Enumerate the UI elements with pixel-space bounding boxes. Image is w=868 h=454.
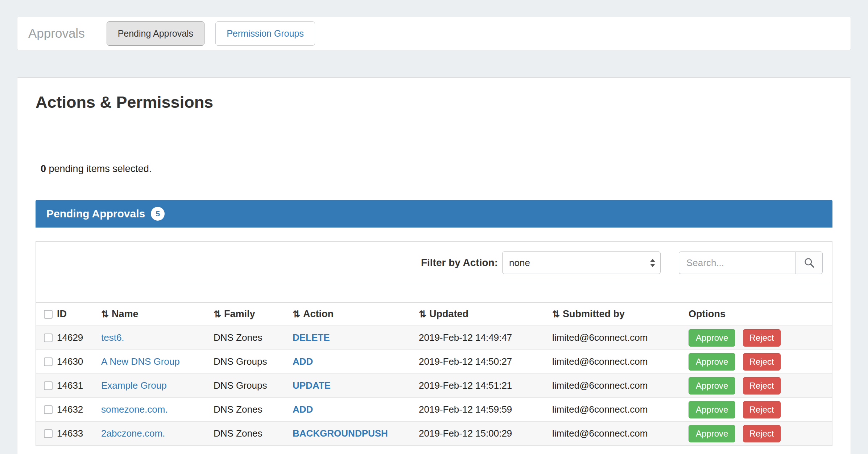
filter-by-action-label: Filter by Action:: [421, 257, 498, 269]
approve-button[interactable]: Approve: [689, 329, 735, 347]
row-updated: 2019-Feb-12 14:51:21: [419, 374, 552, 398]
column-header-options: Options: [689, 303, 832, 326]
row-updated: 2019-Feb-12 14:59:59: [419, 398, 552, 422]
table-row: 14629 test6. DNS Zones DELETE 2019-Feb-1…: [36, 326, 832, 350]
row-name-link[interactable]: test6.: [101, 332, 124, 343]
page-section-title: Approvals: [28, 26, 85, 41]
table-row: 14630 A New DNS Group DNS Groups ADD 201…: [36, 350, 832, 374]
row-action-link[interactable]: DELETE: [293, 332, 330, 343]
panel-heading-title: Pending Approvals: [46, 208, 145, 220]
reject-button[interactable]: Reject: [743, 353, 781, 371]
selected-count: 0: [41, 163, 46, 174]
approve-button[interactable]: Approve: [689, 377, 735, 394]
row-action-link[interactable]: ADD: [293, 404, 313, 415]
approve-button[interactable]: Approve: [689, 401, 735, 418]
row-id: 14631: [57, 374, 101, 398]
sort-icon[interactable]: ⇅: [214, 309, 221, 319]
column-label: Family: [224, 308, 255, 319]
sort-icon[interactable]: ⇅: [552, 309, 560, 319]
pending-count-badge: 5: [151, 207, 165, 221]
select-all-checkbox[interactable]: [44, 310, 53, 319]
tab-permission-groups[interactable]: Permission Groups: [215, 21, 315, 46]
row-name-link[interactable]: A New DNS Group: [101, 356, 180, 367]
row-action-link[interactable]: UPDATE: [293, 380, 331, 391]
row-checkbox[interactable]: [44, 381, 53, 390]
row-select-cell: [36, 326, 57, 350]
select-all-cell: [36, 303, 57, 326]
row-family: DNS Groups: [214, 374, 293, 398]
column-label: Updated: [429, 308, 468, 319]
row-id: 14633: [57, 422, 101, 446]
row-submitted-by: limited@6connect.com: [552, 326, 689, 350]
row-submitted-by: limited@6connect.com: [552, 398, 689, 422]
select-stepper-icon: [650, 259, 655, 267]
row-updated: 2019-Feb-12 15:00:29: [419, 422, 552, 446]
row-updated: 2019-Feb-12 14:50:27: [419, 350, 552, 374]
row-checkbox[interactable]: [44, 429, 53, 438]
search-group: [679, 251, 823, 274]
row-id: 14632: [57, 398, 101, 422]
row-name-link[interactable]: Example Group: [101, 380, 167, 391]
row-select-cell: [36, 422, 57, 446]
column-header-submitted-by[interactable]: ⇅Submitted by: [552, 303, 689, 326]
pending-approvals-table: ID ⇅Name ⇅Family ⇅Action ⇅Updated: [36, 302, 832, 446]
row-family: DNS Groups: [214, 350, 293, 374]
table-header-row: ID ⇅Name ⇅Family ⇅Action ⇅Updated: [36, 303, 832, 326]
column-label: Options: [689, 308, 726, 319]
row-action-link[interactable]: BACKGROUNDPUSH: [293, 428, 388, 439]
row-id: 14630: [57, 350, 101, 374]
sort-icon[interactable]: ⇅: [293, 309, 300, 319]
sort-icon[interactable]: ⇅: [419, 309, 426, 319]
approvals-grid: Filter by Action: none: [36, 241, 832, 446]
row-checkbox[interactable]: [44, 405, 53, 414]
reject-button[interactable]: Reject: [743, 425, 781, 442]
page-title: Actions & Permissions: [36, 93, 832, 112]
row-checkbox[interactable]: [44, 334, 53, 342]
reject-button[interactable]: Reject: [743, 329, 781, 347]
row-family: DNS Zones: [214, 326, 293, 350]
table-row: 14631 Example Group DNS Groups UPDATE 20…: [36, 374, 832, 398]
row-select-cell: [36, 398, 57, 422]
approvals-header-bar: Approvals Pending Approvals Permission G…: [17, 17, 851, 50]
column-header-family[interactable]: ⇅Family: [214, 303, 293, 326]
row-submitted-by: limited@6connect.com: [552, 422, 689, 446]
pending-approvals-panel-heading: Pending Approvals 5: [36, 200, 832, 228]
reject-button[interactable]: Reject: [743, 377, 781, 394]
row-action-link[interactable]: ADD: [293, 356, 313, 367]
column-header-id: ID: [57, 303, 101, 326]
row-name-link[interactable]: somezone.com.: [101, 404, 168, 415]
selected-text: pending items selected.: [49, 163, 152, 174]
reject-button[interactable]: Reject: [743, 401, 781, 418]
main-panel: Actions & Permissions 0 pending items se…: [17, 77, 851, 454]
magnifier-icon: [803, 257, 815, 269]
row-name-link[interactable]: 2abczone.com.: [101, 428, 165, 439]
approve-button[interactable]: Approve: [689, 353, 735, 371]
table-row: 14633 2abczone.com. DNS Zones BACKGROUND…: [36, 422, 832, 446]
column-header-action[interactable]: ⇅Action: [293, 303, 419, 326]
row-family: DNS Zones: [214, 422, 293, 446]
row-submitted-by: limited@6connect.com: [552, 374, 689, 398]
column-label: ID: [57, 308, 67, 319]
search-input[interactable]: [679, 251, 795, 274]
action-filter-selected-value: none: [509, 257, 530, 269]
selected-summary: 0 pending items selected.: [41, 163, 832, 175]
row-updated: 2019-Feb-12 14:49:47: [419, 326, 552, 350]
column-header-updated[interactable]: ⇅Updated: [419, 303, 552, 326]
row-checkbox[interactable]: [44, 357, 53, 366]
column-label: Name: [112, 308, 139, 319]
approvals-table-body: 14629 test6. DNS Zones DELETE 2019-Feb-1…: [36, 326, 832, 446]
table-row: 14632 somezone.com. DNS Zones ADD 2019-F…: [36, 398, 832, 422]
column-label: Action: [303, 308, 334, 319]
search-button[interactable]: [795, 251, 823, 274]
sort-icon[interactable]: ⇅: [101, 309, 109, 319]
row-family: DNS Zones: [214, 398, 293, 422]
column-header-name[interactable]: ⇅Name: [101, 303, 214, 326]
row-submitted-by: limited@6connect.com: [552, 350, 689, 374]
approve-button[interactable]: Approve: [689, 425, 735, 442]
row-select-cell: [36, 374, 57, 398]
action-filter-select[interactable]: none: [502, 251, 661, 274]
tab-pending-approvals[interactable]: Pending Approvals: [107, 21, 204, 46]
column-label: Submitted by: [563, 308, 625, 319]
table-toolbar: Filter by Action: none: [36, 242, 832, 284]
row-select-cell: [36, 350, 57, 374]
